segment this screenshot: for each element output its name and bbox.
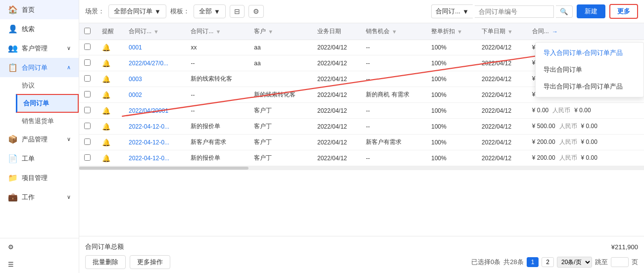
sidebar-item-home[interactable]: 🏠 首页 <box>0 0 79 19</box>
search-button[interactable]: 🔍 <box>556 5 573 18</box>
scene-select[interactable]: 全部合同订单 ▼ <box>108 4 166 18</box>
contract-no-link-4[interactable]: 2022/04/20001 <box>129 107 168 114</box>
page-unit: 页 <box>632 258 638 267</box>
contract-no-link-1[interactable]: 2022/04/27/0... <box>129 60 168 67</box>
bell-icon-4: 🔔 <box>102 107 110 115</box>
order-date-cell-5: 2022/04/12 <box>477 119 527 135</box>
sidebar-item-work[interactable]: 💼 工作 ∨ <box>0 187 79 207</box>
sidebar-item-menu[interactable]: ☰ <box>0 256 79 273</box>
filter-btn[interactable]: ⊟ <box>230 5 245 18</box>
row-checkbox-4[interactable] <box>84 107 91 113</box>
row-checkbox-0[interactable] <box>84 44 91 50</box>
sidebar-item-contracts-label: 合同订单 <box>22 63 48 72</box>
filter-icon: ⊟ <box>234 7 240 15</box>
contract-name-cell-1: -- <box>186 55 249 71</box>
filter-contract-name-icon[interactable]: ▼ <box>215 29 221 35</box>
customer-cell-1: aa <box>249 55 312 71</box>
search-select[interactable]: 合同订... ▼ <box>431 4 473 18</box>
row-checkbox-5[interactable] <box>84 123 91 129</box>
contract-no-link-6[interactable]: 2022-04-12-0... <box>129 139 169 146</box>
discount-cell-5: 100% <box>426 119 477 135</box>
biz-date-cell-4: 2022/04/12 <box>312 103 361 119</box>
contract-no-link-3[interactable]: 0002 <box>129 91 142 98</box>
search-input[interactable] <box>475 5 554 18</box>
discount-cell-3: 100% <box>426 87 477 103</box>
projects-icon: 📁 <box>8 173 18 182</box>
footer-bar: 批量删除 更多操作 已选择0条 共28条 1 2 20条/页 跳至 页 <box>85 255 638 269</box>
contract-amount-cell-5: ¥ 500.00人民币¥ 0.00 <box>527 119 644 135</box>
biz-date-cell-5: 2022/04/12 <box>312 119 361 135</box>
dropdown-item-import[interactable]: 导入合同订单-合同订单产品 <box>536 45 644 61</box>
order-date-cell-1: 2022/04/12 <box>477 55 527 71</box>
bell-icon-0: 🔔 <box>102 44 110 51</box>
col-customer: 客户▼ <box>249 23 312 40</box>
bell-icon-6: 🔔 <box>102 138 110 146</box>
select-all-checkbox[interactable] <box>84 28 91 34</box>
more-button[interactable]: 更多 <box>609 4 638 19</box>
horizontal-scrollbar[interactable] <box>79 166 644 170</box>
dropdown-item-export1[interactable]: 导出合同订单 <box>536 61 644 78</box>
goto-label: 跳至 <box>595 258 608 267</box>
bell-icon-1: 🔔 <box>102 59 110 67</box>
sidebar-item-products[interactable]: 📦 产品管理 ∨ <box>0 130 79 149</box>
chevron-search-icon: ▼ <box>462 8 469 15</box>
sidebar-item-settings[interactable]: ⚙ <box>0 238 79 256</box>
dropdown-item-export2[interactable]: 导出合同订单-合同订单产品 <box>536 78 644 95</box>
contract-no-link-7[interactable]: 2022-04-12-0... <box>129 155 169 162</box>
row-checkbox-6[interactable] <box>84 138 91 145</box>
sales-opp-cell-6: 新客户有需求 <box>361 135 426 150</box>
scrollbar-thumb[interactable] <box>79 167 248 170</box>
search-icon: 🔍 <box>560 8 568 15</box>
row-checkbox-3[interactable] <box>84 91 91 97</box>
col-biz-date: 业务日期 <box>312 23 361 40</box>
col-order-date: 下单日期▼ <box>477 23 527 40</box>
row-checkbox-2[interactable] <box>84 75 91 82</box>
sidebar-item-workorders[interactable]: 📄 工单 <box>0 149 79 168</box>
sidebar-sub-contract-order[interactable]: 合同订单 <box>16 94 79 113</box>
template-select[interactable]: 全部 ▼ <box>194 4 226 18</box>
filter-sales-opp-icon[interactable]: ▼ <box>392 29 397 35</box>
settings-btn[interactable]: ⚙ <box>248 5 264 18</box>
sidebar-item-customers[interactable]: 👥 客户管理 ∨ <box>0 39 79 58</box>
table-row: 🔔 2022-04-12-0... 新的报价单 客户丁 2022/04/12 -… <box>79 150 644 166</box>
toolbar: 场景： 全部合同订单 ▼ 模板： 全部 ▼ ⊟ ⚙ 合同订... ▼ 🔍 新建 <box>79 0 644 23</box>
order-date-cell-3: 2022/04/12 <box>477 87 527 103</box>
sales-opp-cell-7: -- <box>361 150 426 166</box>
col-discount: 整单折扣▼ <box>426 23 477 40</box>
page-input[interactable] <box>611 257 629 267</box>
sidebar-bottom: ⚙ ☰ <box>0 238 79 273</box>
chevron-scene-icon: ▼ <box>154 8 161 15</box>
filter-customer-icon[interactable]: ▼ <box>268 29 273 35</box>
sidebar-item-leads[interactable]: 👤 线索 <box>0 19 79 39</box>
new-button[interactable]: 新建 <box>577 4 605 18</box>
filter-contract-no-icon[interactable]: ▼ <box>153 29 159 35</box>
page-2-btn[interactable]: 2 <box>542 257 554 267</box>
sales-opp-cell-5: -- <box>361 119 426 135</box>
arrow-right-icon: → <box>552 28 558 35</box>
menu-icon: ☰ <box>8 261 14 268</box>
per-page-select[interactable]: 20条/页 <box>557 257 592 268</box>
sidebar-sub-agreement[interactable]: 协议 <box>16 77 79 94</box>
col-contract-no: 合同订...▼ <box>124 23 186 40</box>
more-actions-button[interactable]: 更多操作 <box>130 255 170 269</box>
sidebar-sub-return-order[interactable]: 销售退货单 <box>16 113 79 130</box>
contract-no-link-2[interactable]: 0003 <box>129 76 142 83</box>
contract-no-link-5[interactable]: 2022-04-12-0... <box>129 123 169 130</box>
main-content: 场景： 全部合同订单 ▼ 模板： 全部 ▼ ⊟ ⚙ 合同订... ▼ 🔍 新建 <box>79 0 644 273</box>
row-checkbox-7[interactable] <box>84 154 91 161</box>
sidebar-item-contracts[interactable]: 📋 合同订单 ∧ <box>0 58 79 77</box>
contract-no-link-0[interactable]: 0001 <box>129 44 142 51</box>
batch-delete-button[interactable]: 批量删除 <box>85 255 126 269</box>
row-checkbox-1[interactable] <box>84 59 91 66</box>
sidebar-item-products-label: 产品管理 <box>22 135 48 144</box>
customer-cell-2 <box>249 71 312 87</box>
page-1-btn[interactable]: 1 <box>527 257 539 267</box>
sidebar-item-projects[interactable]: 📁 项目管理 <box>0 168 79 187</box>
sidebar-item-leads-label: 线索 <box>22 25 35 34</box>
total-count: 共28条 <box>503 258 523 267</box>
biz-date-cell-7: 2022/04/12 <box>312 150 361 166</box>
filter-discount-icon[interactable]: ▼ <box>457 29 462 35</box>
filter-order-date-icon[interactable]: ▼ <box>507 29 513 35</box>
table-row: 🔔 2022-04-12-0... 新的报价单 客户丁 2022/04/12 -… <box>79 119 644 135</box>
biz-date-cell-2: 2022/04/12 <box>312 71 361 87</box>
